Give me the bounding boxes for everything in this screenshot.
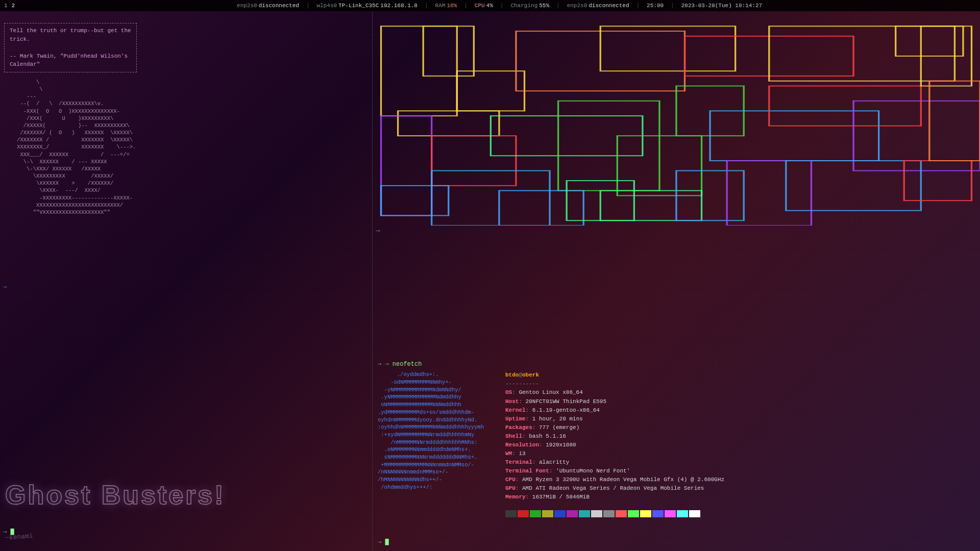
- svg-rect-8: [896, 26, 963, 56]
- time-display: 25:00: [647, 3, 664, 9]
- quote-box: Tell the truth or trump--but get the tri…: [4, 23, 137, 72]
- svg-rect-2: [457, 71, 524, 111]
- battery-item: Charging 55%: [510, 3, 549, 9]
- network1-val: disconnected: [259, 3, 299, 9]
- ascii-skull: \ \ --- --( / \ /XXXXXXXXXX\v. -XXX( O O…: [4, 79, 368, 216]
- svg-rect-16: [769, 86, 921, 126]
- ram-val: 16%: [447, 3, 457, 9]
- network2-ssid: TP-Link_C35C: [338, 3, 379, 9]
- left-pane: Tell the truth or trump--but get the tri…: [0, 11, 373, 551]
- battery-label: Charging: [510, 3, 537, 9]
- tab-2[interactable]: 2: [12, 3, 15, 9]
- main-content: Tell the truth or trump--but get the tri…: [0, 11, 980, 551]
- svg-rect-12: [558, 101, 659, 191]
- network3-item: enp2s0 disconnected: [567, 3, 629, 9]
- statusbar: 1 2 enp2s0 disconnected | wlp4s0 TP-Link…: [0, 0, 980, 11]
- windows-svg: [373, 11, 980, 226]
- arrow-indicator: →: [376, 227, 380, 235]
- bottom-prompt-right: → █: [378, 538, 389, 547]
- svg-rect-1: [423, 26, 474, 76]
- tab-1[interactable]: 1: [4, 3, 8, 9]
- svg-rect-19: [381, 186, 449, 216]
- network2-item: wlp4s0 TP-Link_C35C 192.168.1.8: [317, 3, 418, 9]
- windows-visualization: [373, 11, 980, 226]
- battery-val: 55%: [539, 3, 549, 9]
- neofetch-section: → → neofetch ./oyddmdhs+:. -odNMMMMMMMMN…: [373, 357, 980, 551]
- svg-rect-28: [929, 81, 980, 161]
- ascii-area: Tell the truth or trump--but get the tri…: [0, 11, 372, 551]
- svg-rect-3: [398, 111, 499, 136]
- ghostbusters-text: Ghost Busters!: [5, 480, 226, 510]
- svg-rect-5: [600, 26, 735, 71]
- network1-item: enp2s0 disconnected: [237, 3, 299, 9]
- cpu-label: CPU: [475, 3, 485, 9]
- network2-ip: 192.168.1.8: [380, 3, 418, 9]
- network3-val: disconnected: [589, 3, 629, 9]
- ram-label: RAM: [435, 3, 446, 9]
- right-pane: → → → neofetch ./oyddmdhs+:. -odNMMMMMMM…: [373, 11, 980, 551]
- neofetch-ascii-art: ./oyddmdhs+:. -odNMMMMMMMMNNmhy+- -yNMMM…: [378, 371, 490, 520]
- statusbar-center: enp2s0 disconnected | wlp4s0 TP-Link_C35…: [23, 3, 976, 9]
- arrow-icon-left: →: [3, 284, 7, 291]
- neofetch-info: btdo@oberk ---------- OS: Gentoo Linux x…: [505, 371, 724, 520]
- network2-label: wlp4s0: [317, 3, 337, 9]
- svg-rect-10: [432, 136, 516, 186]
- statusbar-tabs: 1 2: [4, 3, 15, 9]
- cpu-item: CPU 4%: [475, 3, 493, 9]
- network1-label: enp2s0: [237, 3, 257, 9]
- date-display: 2023-03-28(Tue) 19:14:27: [681, 3, 762, 9]
- neofetch-prompt: → → neofetch: [378, 360, 975, 369]
- cpu-val: 4%: [486, 3, 493, 9]
- neofetch-content: ./oyddmdhs+:. -odNMMMMMMMMNNmhy+- -yNMMM…: [378, 371, 975, 520]
- svg-rect-9: [381, 116, 432, 215]
- svg-rect-0: [381, 26, 457, 116]
- svg-rect-7: [769, 26, 955, 81]
- svg-rect-27: [904, 161, 971, 201]
- network3-label: enp2s0: [567, 3, 587, 9]
- ram-item: RAM 16%: [435, 3, 457, 9]
